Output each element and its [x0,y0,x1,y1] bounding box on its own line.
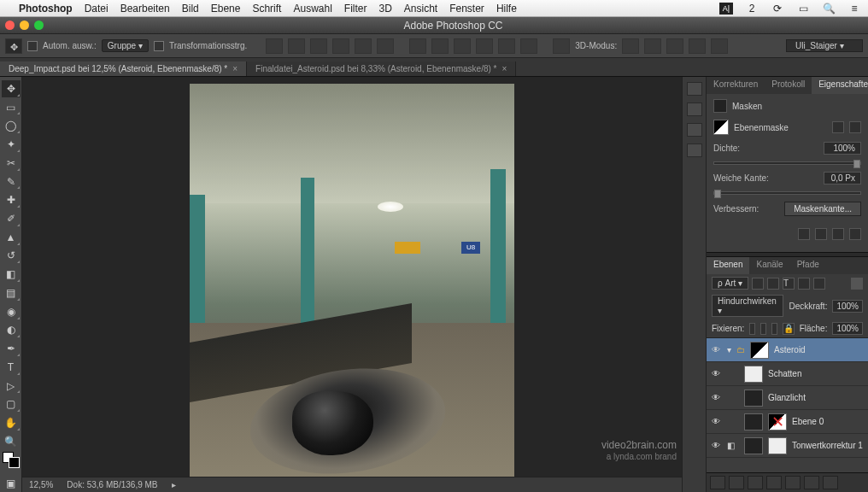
close-tab-icon[interactable]: × [232,64,238,73]
workspace-select[interactable]: Uli_Staiger ▾ [786,39,863,52]
distribute-icon[interactable] [498,38,515,54]
status-chevron-icon[interactable]: ▸ [172,480,176,489]
lock-position-icon[interactable] [771,323,777,335]
align-icon[interactable] [332,38,349,54]
filter-toggle-switch[interactable] [851,278,863,290]
load-selection-icon[interactable] [798,228,810,240]
menu-hilfe[interactable]: Hilfe [496,3,517,15]
opacity-value[interactable]: 100% [832,300,863,313]
crop-tool[interactable]: ✂ [2,155,21,172]
filter-pixel-icon[interactable] [752,278,764,290]
canvas-area[interactable]: U8 12,5% Dok: 53,6 MB/136,9 MB ▸ video2b… [22,77,682,492]
zoom-tool[interactable]: 🔍 [2,433,21,450]
distribute-icon[interactable] [409,38,426,54]
screen-mode-button[interactable]: ▣ [2,475,21,492]
notification-icon[interactable]: 2 [745,3,759,15]
3d-grid-icon[interactable] [553,38,570,54]
distribute-icon[interactable] [476,38,493,54]
layer-name[interactable]: Glanzlicht [768,393,865,402]
document-canvas[interactable]: U8 [190,84,514,485]
auto-select-mode-select[interactable]: Gruppe ▾ [102,39,149,52]
layer-thumbnail[interactable] [744,413,763,430]
adobe-status-icon[interactable]: A| [719,3,733,15]
type-tool[interactable]: T [2,359,21,376]
mask-thumbnail[interactable] [768,437,787,454]
hand-tool[interactable]: ✋ [2,414,21,431]
lock-transparency-icon[interactable] [749,323,755,335]
layer-thumbnail[interactable] [744,366,763,383]
layer-style-icon[interactable] [729,476,744,489]
menu-schrift[interactable]: Schrift [252,3,281,15]
sync-icon[interactable]: ⟳ [771,3,784,15]
layer-name[interactable]: Ebene 0 [792,417,865,426]
layer-mask-icon[interactable] [748,476,763,489]
menu-fenster[interactable]: Fenster [449,3,484,15]
filter-shape-icon[interactable] [798,278,810,290]
tab-protokoll[interactable]: Protokoll [765,77,812,94]
lock-pixels-icon[interactable] [760,323,766,335]
filter-smart-icon[interactable] [813,278,825,290]
tab-kanaele[interactable]: Kanäle [749,257,789,274]
layer-name[interactable]: Schatten [768,369,865,378]
collapsed-panel-icon[interactable] [687,82,702,96]
delete-layer-icon[interactable] [823,476,838,489]
3d-scale-icon[interactable] [711,38,728,54]
menu-auswahl[interactable]: Auswahl [293,3,331,15]
3d-slide-icon[interactable] [689,38,706,54]
close-tab-icon[interactable]: × [502,64,507,73]
layer-row[interactable]: 👁 ✕ Ebene 0 ↖ [707,410,868,434]
menu-bild[interactable]: Bild [182,3,199,15]
density-value[interactable]: 100% [824,142,861,155]
layer-row[interactable]: 👁 ▾ 🗀 Asteroid [707,338,868,362]
visibility-toggle-icon[interactable]: 👁 [710,345,722,354]
visibility-toggle-icon[interactable]: 👁 [710,441,722,450]
align-icon[interactable] [288,38,305,54]
vector-mask-icon[interactable] [849,121,861,133]
distribute-icon[interactable] [431,38,449,54]
adjustment-layer-icon[interactable] [766,476,782,489]
history-brush-tool[interactable]: ↺ [2,248,21,265]
mask-thumbnail[interactable] [750,342,769,359]
menu-extra-icon[interactable]: ≡ [847,3,861,15]
transform-controls-checkbox[interactable] [154,41,164,51]
feather-value[interactable]: 0,0 Px [824,172,861,184]
delete-mask-icon[interactable] [849,228,861,240]
zoom-level[interactable]: 12,5% [29,480,53,489]
zoom-window-button[interactable] [34,20,44,30]
pen-tool[interactable]: ✒ [2,340,21,357]
distribute-icon[interactable] [454,38,471,54]
pixel-mask-icon[interactable] [832,121,844,133]
menu-ansicht[interactable]: Ansicht [404,3,437,15]
stamp-tool[interactable]: ▲ [2,229,21,246]
display-icon[interactable]: ▭ [796,3,810,15]
collapsed-panel-icon[interactable] [687,123,702,137]
marquee-tool[interactable]: ▭ [2,99,21,116]
dodge-tool[interactable]: ◐ [2,322,21,339]
collapsed-panel-icon[interactable] [687,144,702,157]
group-icon[interactable] [785,476,801,489]
layer-thumbnail[interactable] [744,437,763,454]
doc-size[interactable]: Dok: 53,6 MB/136,9 MB [67,480,157,489]
3d-pan-icon[interactable] [644,38,661,54]
layer-row[interactable]: 👁 ◧ Tonwertkorrektur 1 [707,434,868,458]
disable-mask-icon[interactable] [832,228,844,240]
lasso-tool[interactable]: ◯ [2,117,21,134]
filter-adjust-icon[interactable] [767,278,779,290]
layer-name[interactable]: Asteroid [774,345,865,354]
new-layer-icon[interactable] [804,476,819,489]
app-menu[interactable]: Photoshop [19,3,73,15]
tab-pfade[interactable]: Pfade [790,257,826,274]
align-icon[interactable] [355,38,372,54]
3d-orbit-icon[interactable] [622,38,639,54]
3d-roll-icon[interactable] [666,38,683,54]
menu-filter[interactable]: Filter [344,3,367,15]
layer-row[interactable]: 👁 Schatten [707,362,868,386]
mask-thumbnail[interactable] [713,120,729,135]
spotlight-icon[interactable]: 🔍 [822,3,836,15]
background-color[interactable] [9,457,20,468]
layer-thumbnail[interactable] [744,390,763,407]
fill-value[interactable]: 100% [832,322,863,335]
brush-tool[interactable]: ✐ [2,210,21,227]
filter-type-icon[interactable]: T [783,278,795,290]
align-icon[interactable] [310,38,327,54]
